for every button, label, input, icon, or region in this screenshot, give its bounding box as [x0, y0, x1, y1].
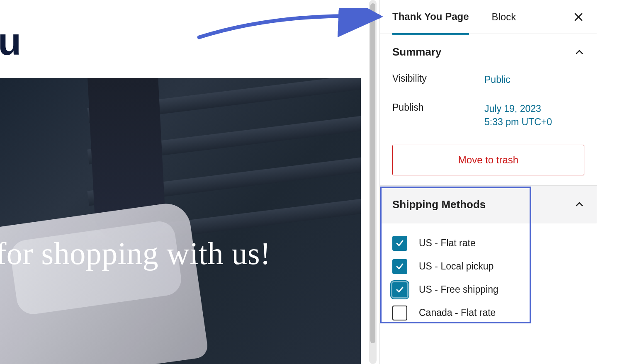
- visibility-label: Visibility: [392, 73, 484, 86]
- scrollbar-thumb[interactable]: [370, 3, 375, 343]
- shipping-option-label: Canada - Flat rate: [419, 307, 496, 318]
- checkbox[interactable]: [392, 306, 407, 320]
- shipping-title: Shipping Methods: [392, 198, 486, 211]
- shipping-panel-toggle[interactable]: Shipping Methods: [380, 186, 597, 223]
- visibility-value[interactable]: Public: [484, 73, 511, 86]
- tab-thank-you-page[interactable]: Thank You Page: [392, 0, 469, 35]
- shipping-option-row: Canada - Flat rate: [392, 306, 584, 320]
- shipping-option-label: US - Free shipping: [419, 284, 498, 295]
- shipping-options-list: US - Flat rateUS - Local pickupUS - Free…: [380, 223, 597, 337]
- hero-image: for shopping with us!: [0, 78, 361, 364]
- tab-block[interactable]: Block: [492, 0, 516, 34]
- shipping-option-label: US - Flat rate: [419, 238, 476, 249]
- summary-title: Summary: [392, 46, 442, 58]
- chevron-up-icon: [574, 47, 584, 57]
- shipping-option-row: US - Free shipping: [392, 282, 584, 297]
- right-margin: [600, 0, 637, 364]
- page-title-fragment: u: [0, 20, 20, 63]
- summary-panel: Summary Visibility Public Publish July 1…: [380, 34, 597, 185]
- hero-shoe-shape: [0, 201, 209, 364]
- publish-value[interactable]: July 19, 2023 5:33 pm UTC+0: [484, 102, 552, 129]
- publish-row: Publish July 19, 2023 5:33 pm UTC+0: [392, 102, 584, 129]
- chevron-up-icon: [574, 199, 584, 209]
- move-to-trash-button[interactable]: Move to trash: [392, 145, 584, 175]
- checkbox[interactable]: [392, 282, 407, 297]
- visibility-row: Visibility Public: [392, 73, 584, 86]
- hero-overlay-text: for shopping with us!: [0, 235, 271, 272]
- checkbox[interactable]: [392, 236, 407, 251]
- checkbox[interactable]: [392, 259, 407, 274]
- shipping-option-row: US - Flat rate: [392, 236, 584, 251]
- editor-canvas: u for shopping with us!: [0, 0, 361, 364]
- shipping-option-label: US - Local pickup: [419, 261, 494, 272]
- shipping-option-row: US - Local pickup: [392, 259, 584, 274]
- summary-panel-toggle[interactable]: Summary: [392, 46, 584, 58]
- close-icon[interactable]: [573, 11, 584, 23]
- sidebar-tabs: Thank You Page Block: [380, 0, 597, 34]
- publish-label: Publish: [392, 102, 484, 129]
- settings-sidebar: Thank You Page Block Summary Visibility …: [379, 0, 597, 364]
- editor-scrollbar[interactable]: [369, 0, 377, 364]
- shipping-methods-panel: Shipping Methods US - Flat rateUS - Loca…: [380, 185, 597, 337]
